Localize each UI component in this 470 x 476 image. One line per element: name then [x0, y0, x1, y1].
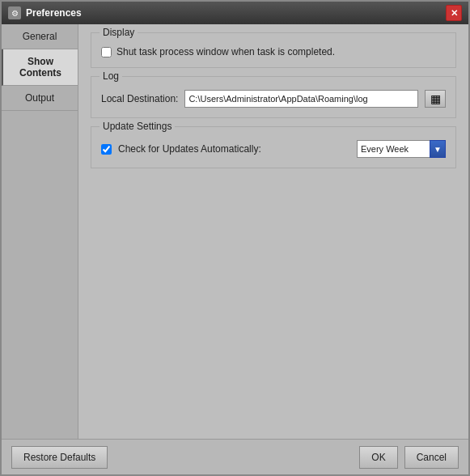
main-content: General Show Contents Output Display Shu… — [2, 24, 468, 439]
local-destination-input[interactable] — [184, 90, 418, 108]
log-section: Log Local Destination: ▦ — [91, 76, 456, 118]
shut-task-row: Shut task process window when task is co… — [101, 46, 446, 57]
dropdown-arrow-button[interactable]: ▼ — [430, 140, 446, 158]
shut-task-checkbox[interactable] — [101, 47, 112, 57]
log-legend: Log — [100, 70, 122, 82]
content-spacer — [91, 176, 456, 431]
content-area: Display Shut task process window when ta… — [78, 24, 468, 439]
window-icon: ⚙ — [8, 6, 21, 19]
title-bar-left: ⚙ Preferences — [8, 6, 82, 19]
log-content: Local Destination: ▦ — [101, 90, 446, 108]
close-button[interactable]: ✕ — [446, 5, 462, 21]
display-legend: Display — [100, 27, 138, 38]
update-legend: Update Settings — [100, 121, 175, 132]
sidebar-item-output[interactable]: Output — [2, 86, 78, 111]
preferences-window: ⚙ Preferences ✕ General Show Contents Ou… — [0, 0, 470, 476]
check-updates-label: Check for Updates Automatically: — [118, 143, 350, 155]
browse-icon: ▦ — [430, 92, 441, 105]
sidebar: General Show Contents Output — [2, 24, 78, 439]
update-section: Update Settings Check for Updates Automa… — [91, 126, 456, 168]
sidebar-item-general[interactable]: General — [2, 24, 78, 49]
window-title: Preferences — [26, 7, 82, 19]
sidebar-item-show-contents[interactable]: Show Contents — [2, 49, 78, 86]
frequency-dropdown: ▼ — [357, 140, 446, 158]
dropdown-arrow-icon: ▼ — [434, 145, 442, 154]
check-updates-checkbox[interactable] — [101, 144, 112, 155]
footer-right: OK Cancel — [359, 446, 459, 469]
display-content: Shut task process window when task is co… — [101, 46, 446, 57]
title-bar: ⚙ Preferences ✕ — [2, 2, 468, 24]
local-destination-label: Local Destination: — [101, 93, 178, 104]
browse-button[interactable]: ▦ — [425, 90, 446, 108]
restore-defaults-button[interactable]: Restore Defaults — [11, 446, 108, 469]
display-section: Display Shut task process window when ta… — [91, 32, 456, 68]
check-updates-row: Check for Updates Automatically: ▼ — [101, 140, 446, 158]
footer: Restore Defaults OK Cancel — [2, 439, 468, 474]
cancel-button[interactable]: Cancel — [404, 446, 459, 469]
frequency-input[interactable] — [357, 140, 430, 158]
shut-task-label: Shut task process window when task is co… — [116, 46, 335, 57]
local-destination-row: Local Destination: ▦ — [101, 90, 446, 108]
ok-button[interactable]: OK — [359, 446, 397, 469]
update-content: Check for Updates Automatically: ▼ — [101, 140, 446, 158]
